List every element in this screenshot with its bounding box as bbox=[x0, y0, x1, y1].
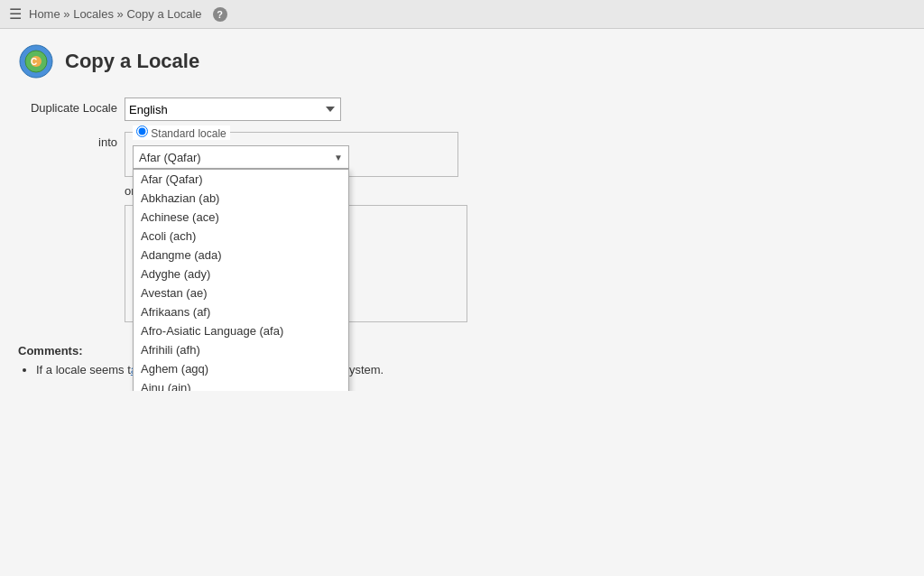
locale-option[interactable]: Acoli (ach) bbox=[134, 227, 348, 246]
locale-option[interactable]: Achinese (ace) bbox=[134, 208, 348, 227]
page-content: C Copy a Locale Duplicate Locale English… bbox=[0, 29, 924, 391]
locale-dropdown[interactable]: Afar (Qafar)Abkhazian (ab)Achinese (ace)… bbox=[133, 169, 349, 391]
locale-trigger[interactable]: Afar (Qafar) bbox=[133, 145, 349, 169]
locale-option[interactable]: Afro-Asiatic Language (afa) bbox=[134, 321, 348, 340]
locale-option[interactable]: Abkhazian (ab) bbox=[134, 189, 348, 208]
hamburger-menu[interactable]: ☰ bbox=[9, 5, 22, 23]
locale-option[interactable]: Afrikaans (af) bbox=[134, 302, 348, 321]
locale-option[interactable]: Aghem (agq) bbox=[134, 359, 348, 378]
locale-option[interactable]: Avestan (ae) bbox=[134, 283, 348, 302]
breadcrumb: Home » Locales » Copy a Locale bbox=[29, 7, 202, 21]
locale-option[interactable]: Ainu (ain) bbox=[134, 378, 348, 391]
duplicate-locale-label: Duplicate Locale bbox=[18, 98, 117, 115]
standard-locale-radio[interactable] bbox=[136, 125, 148, 137]
breadcrumb-locales[interactable]: Locales bbox=[73, 7, 114, 21]
standard-locale-group: Standard locale Afar (Qafar) Afar (Qafar… bbox=[125, 132, 458, 177]
help-icon[interactable]: ? bbox=[213, 7, 227, 22]
top-bar: ☰ Home » Locales » Copy a Locale ? bbox=[0, 0, 924, 29]
app-logo: C bbox=[18, 43, 54, 79]
duplicate-locale-wrap: English French German Spanish bbox=[125, 98, 906, 121]
into-label: into bbox=[18, 132, 117, 149]
breadcrumb-current: Copy a Locale bbox=[126, 7, 201, 21]
standard-locale-legend: Standard locale bbox=[133, 125, 230, 140]
svg-text:C: C bbox=[31, 57, 37, 67]
page-title: Copy a Locale bbox=[65, 50, 199, 73]
duplicate-locale-row: Duplicate Locale English French German S… bbox=[18, 98, 906, 121]
locale-option[interactable]: Adyghe (ady) bbox=[134, 265, 348, 283]
locale-option[interactable]: Afar (Qafar) bbox=[134, 170, 348, 189]
breadcrumb-home[interactable]: Home bbox=[29, 7, 60, 21]
locale-option[interactable]: Afrihili (afh) bbox=[134, 340, 348, 359]
comment-text-before: If a locale seems t bbox=[36, 363, 131, 376]
page-header: C Copy a Locale bbox=[18, 43, 906, 79]
into-row: into Standard locale Afar (Qafar) Afar (… bbox=[18, 132, 906, 330]
locale-dropdown-container: Afar (Qafar) Afar (Qafar)Abkhazian (ab)A… bbox=[133, 145, 349, 169]
duplicate-locale-select[interactable]: English French German Spanish bbox=[125, 98, 341, 121]
locale-option[interactable]: Adangme (ada) bbox=[134, 246, 348, 265]
into-content: Standard locale Afar (Qafar) Afar (Qafar… bbox=[125, 132, 467, 330]
